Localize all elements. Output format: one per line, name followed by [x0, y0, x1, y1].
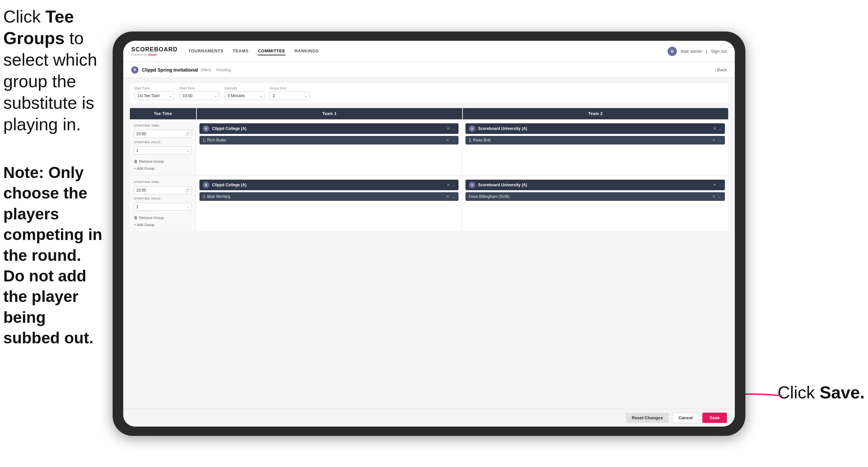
- starting-time-label-1: STARTING TIME:: [134, 124, 192, 127]
- save-bold: Save.: [819, 383, 865, 402]
- nav-tournaments[interactable]: TOURNAMENTS: [188, 47, 223, 55]
- sub-player-name: Dave Billingham (SUB): [469, 194, 710, 199]
- starting-hole-input-wrap-1: ⌄: [134, 146, 192, 154]
- starting-time-label-2: STARTING TIME:: [134, 180, 192, 184]
- instruction-top: Click Tee Groups to select which group t…: [3, 6, 106, 135]
- team1-name-1: Clippd College (A): [212, 126, 444, 131]
- group-2-team1-header[interactable]: B Clippd College (A) ✕ ⌄: [199, 180, 459, 190]
- back-button[interactable]: ‹ Back: [715, 67, 727, 72]
- sub-player-chevron: ⌄: [718, 194, 721, 199]
- remove-group-btn-1[interactable]: 🗑 Remove Group: [134, 158, 192, 165]
- team1-controls-1: ✕ ⌄: [446, 126, 455, 131]
- group-2-side: STARTING TIME: 🕐 STARTING HOLE: ⌄ 🗑 Remo…: [130, 176, 196, 231]
- sub-nav: B Clippd Spring Invitational (Men) Hosti…: [123, 62, 735, 78]
- table-header: Tee Time Team 1 Team 2: [130, 108, 728, 119]
- player1-name-2: 2. Blair McHarg: [203, 194, 443, 199]
- starting-hole-label-2: STARTING HOLE:: [134, 197, 192, 200]
- config-row: Start Type 1st Tee Start Start Time 10:0…: [130, 83, 728, 104]
- user-name: blair admin: [681, 49, 702, 54]
- th-team2: Team 2: [463, 108, 728, 119]
- trash-icon-2: 🗑: [134, 215, 138, 220]
- group-size-label: Group Size: [270, 87, 309, 90]
- starting-time-input-1[interactable]: [134, 130, 192, 138]
- player1-remove-btn-1[interactable]: ✕: [446, 138, 449, 143]
- intervals-select-wrapper: 5 Minutes: [225, 91, 265, 100]
- team1-controls-2: ✕ ⌄: [446, 183, 455, 187]
- trash-icon-1: 🗑: [134, 159, 138, 164]
- group-size-select[interactable]: 2: [270, 91, 309, 100]
- player2-remove-btn-1[interactable]: ✕: [712, 138, 716, 143]
- add-group-btn-2[interactable]: + Add Group: [134, 222, 192, 227]
- instruction-top-text: Click Tee Groups to select which group t…: [3, 7, 97, 134]
- sign-out-link[interactable]: Sign out: [711, 49, 727, 54]
- group-row-2: STARTING TIME: 🕐 STARTING HOLE: ⌄ 🗑 Remo…: [130, 176, 728, 231]
- team2-controls-1: ✕ ⌄: [713, 126, 721, 131]
- logo-scoreboard: SCOREBOARD: [131, 46, 178, 53]
- group-2-team2-cell: S Scoreboard University (A) ✕ ⌄ Dave Bil…: [462, 176, 728, 231]
- starting-hole-input-2[interactable]: [134, 203, 192, 211]
- tablet-frame: SCOREBOARD Powered by clippd TOURNAMENTS…: [113, 31, 745, 436]
- hosting-label: Hosting: [216, 67, 231, 72]
- start-type-select[interactable]: 1st Tee Start: [134, 91, 174, 100]
- sub-player-remove-btn[interactable]: ✕: [712, 194, 716, 199]
- intervals-select[interactable]: 5 Minutes: [225, 91, 265, 100]
- group-1-side: STARTING TIME: 🕐 STARTING HOLE: ⌄ 🗑 Remo…: [130, 120, 196, 175]
- group-2-player1-1[interactable]: 2. Blair McHarg ✕ ⌄: [199, 192, 459, 201]
- group-1-player1-1[interactable]: 1. Rich Butler ✕ ⌄: [199, 136, 459, 145]
- team2-badge-1: S: [469, 125, 475, 132]
- th-teetime: Tee Time: [130, 108, 196, 119]
- nav-rankings[interactable]: RANKINGS: [294, 47, 319, 55]
- group-2-team2-header[interactable]: S Scoreboard University (A) ✕ ⌄: [465, 180, 725, 190]
- nav-committee[interactable]: COMMITTEE: [258, 47, 285, 55]
- instruction-bottom: Note: Only choose the players competing …: [3, 163, 106, 349]
- nav-teams[interactable]: TEAMS: [232, 47, 248, 55]
- save-button[interactable]: Save: [702, 413, 727, 423]
- team1-chevron-2: ⌄: [452, 183, 455, 187]
- team1-badge-2: B: [203, 182, 209, 188]
- start-time-select[interactable]: 10:00: [180, 91, 219, 100]
- nav-right: B blair admin | Sign out: [668, 47, 727, 56]
- group-1-player2-1[interactable]: 1. Rees Britt ✕ ⌄: [465, 136, 725, 145]
- team2-badge-2: S: [469, 182, 475, 188]
- team1-remove-btn-1[interactable]: ✕: [446, 126, 450, 131]
- team2-remove-btn-2[interactable]: ✕: [713, 183, 716, 187]
- team1-remove-btn-2[interactable]: ✕: [446, 183, 450, 187]
- player1-chevron-2: ⌄: [452, 194, 455, 199]
- bottom-bar: Reset Changes Cancel Save: [123, 409, 735, 427]
- start-time-label: Start Time: [180, 87, 219, 90]
- starting-time-input-2[interactable]: [134, 186, 192, 194]
- group-1-team2-cell: S Scoreboard University (A) ✕ ⌄ 1. Rees …: [462, 120, 728, 175]
- group-2-team1-cell: B Clippd College (A) ✕ ⌄ 2. Blair McHarg…: [196, 176, 462, 231]
- group-2-sub-player[interactable]: Dave Billingham (SUB) ✕ ⌄: [465, 192, 725, 201]
- team2-chevron-2: ⌄: [718, 183, 721, 187]
- starting-hole-input-1[interactable]: [134, 146, 192, 154]
- main-content: Start Type 1st Tee Start Start Time 10:0…: [123, 78, 735, 409]
- player1-remove-btn-2[interactable]: ✕: [446, 194, 449, 199]
- team2-remove-btn-1[interactable]: ✕: [713, 126, 716, 131]
- team1-name-2: Clippd College (A): [212, 183, 444, 187]
- reset-changes-button[interactable]: Reset Changes: [626, 413, 669, 423]
- sub-nav-badge: B: [131, 66, 138, 74]
- group-1-actions: 🗑 Remove Group + Add Group: [134, 158, 192, 171]
- group-1-team1-cell: B Clippd College (A) ✕ ⌄ 1. Rich Butler …: [196, 120, 462, 175]
- player2-name-1: 1. Rees Britt: [469, 138, 710, 143]
- clock-icon-2: 🕐: [185, 188, 190, 193]
- group-1-team1-header[interactable]: B Clippd College (A) ✕ ⌄: [199, 123, 459, 134]
- team2-chevron-1: ⌄: [718, 126, 721, 131]
- group-2-actions: 🗑 Remove Group + Add Group: [134, 215, 192, 227]
- add-group-btn-1[interactable]: + Add Group: [134, 166, 192, 171]
- th-team1: Team 1: [197, 108, 462, 119]
- remove-group-btn-2[interactable]: 🗑 Remove Group: [134, 215, 192, 221]
- cancel-button[interactable]: Cancel: [672, 412, 699, 423]
- team2-controls-2: ✕ ⌄: [713, 183, 721, 187]
- group-1-team2-header[interactable]: S Scoreboard University (A) ✕ ⌄: [465, 123, 725, 134]
- starting-hole-input-wrap-2: ⌄: [134, 203, 192, 211]
- instruction-save-text: Click Save.: [778, 383, 865, 402]
- nav-separator: |: [706, 49, 707, 54]
- starting-hole-label-1: STARTING HOLE:: [134, 141, 192, 144]
- starting-time-input-wrap-1: 🕐: [134, 130, 192, 138]
- team2-name-2: Scoreboard University (A): [478, 183, 710, 187]
- team2-name-1: Scoreboard University (A): [478, 126, 710, 131]
- player1-name-1: 1. Rich Butler: [203, 138, 443, 143]
- top-nav: SCOREBOARD Powered by clippd TOURNAMENTS…: [123, 41, 735, 62]
